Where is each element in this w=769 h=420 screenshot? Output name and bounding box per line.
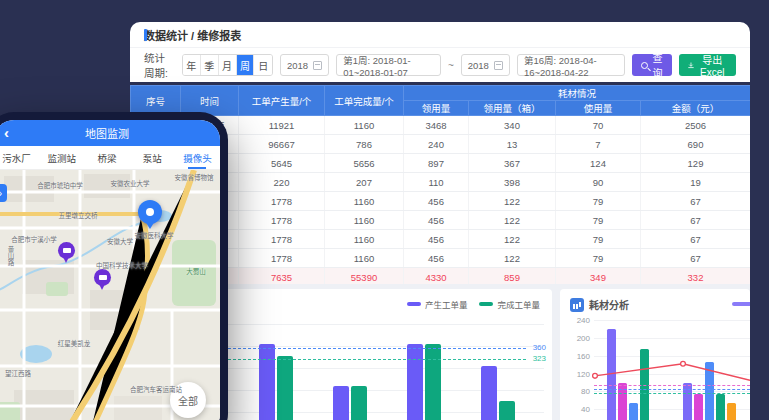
legend-label: 产生工单量: [425, 298, 468, 310]
table-cell: 1778: [239, 230, 325, 249]
period-option-年[interactable]: 年: [183, 55, 201, 75]
table-cell: 3468: [404, 116, 469, 135]
phone-tab-桥梁[interactable]: 桥梁: [84, 146, 129, 169]
map-label: 合肥汽车客运南站: [130, 384, 182, 394]
bar: [694, 394, 703, 420]
table-cell: 110: [404, 173, 469, 192]
table-cell: 207: [325, 173, 404, 192]
bar-产生工单量: [481, 366, 497, 420]
bar-完成工单量: [277, 356, 293, 420]
export-excel-button[interactable]: 导出Excel: [679, 54, 736, 76]
table-cell: 340: [469, 116, 556, 135]
camera-marker[interactable]: [58, 242, 75, 259]
y-axis-tick: 200: [566, 334, 590, 343]
table-cell: 124: [556, 154, 641, 173]
phone-tab-监测站[interactable]: 监测站: [39, 146, 84, 169]
table-cell: 5645: [239, 154, 325, 173]
search-icon: [641, 62, 648, 69]
phone-tab-泵站[interactable]: 泵站: [130, 146, 175, 169]
group-column-header: 耗材情况: [404, 86, 751, 101]
reference-line: [594, 389, 750, 390]
year-from-select[interactable]: 2018: [280, 54, 329, 76]
legend-item[interactable]: 产生工单量: [407, 298, 468, 310]
table-cell: 5656: [325, 154, 404, 173]
y-axis-tick: 80: [566, 387, 590, 396]
reference-line: [594, 393, 750, 394]
week-to-select[interactable]: 第16周: 2018-04-16~2018-04-22: [517, 54, 625, 76]
map-label: 黄山路: [5, 246, 15, 266]
legend-item[interactable]: 完成工单量: [479, 298, 540, 310]
y-axis-tick: 40: [566, 405, 590, 414]
map-label: 大蜀山: [186, 266, 206, 276]
gridline: [594, 374, 750, 375]
bar-完成工单量: [499, 401, 515, 420]
table-cell: 7: [556, 135, 641, 154]
phone-screen: ‹ 地图监测 污水厂监测站桥梁泵站摄像头 ›: [0, 120, 220, 420]
table-cell: 1160: [325, 192, 404, 211]
table-cell: 1160: [325, 116, 404, 135]
selected-camera-pin[interactable]: [138, 200, 162, 224]
map-label: 中国科学技术大学: [96, 260, 148, 270]
bar: [683, 383, 692, 420]
table-cell: 456: [404, 192, 469, 211]
table-cell: 456: [404, 211, 469, 230]
bar: [618, 383, 627, 420]
column-header: 工单产生量/个: [239, 86, 325, 116]
table-cell: 19: [641, 173, 751, 192]
table-cell: 79: [556, 230, 641, 249]
chart-title: 耗材分析: [589, 297, 629, 312]
sub-column-header: 领用量（箱）: [469, 101, 556, 116]
legend-label: 完成工单量: [497, 298, 540, 310]
title-accent-bar: [144, 29, 147, 41]
year-to-select[interactable]: 2018: [461, 54, 510, 76]
week-from-select[interactable]: 第1周: 2018-01-01~2018-01-07: [336, 54, 441, 76]
map-label: 安徽省博物馆: [175, 172, 214, 182]
period-option-月[interactable]: 月: [219, 55, 237, 75]
bar: [716, 394, 725, 420]
map-label: 安徽医科大学: [135, 230, 174, 240]
filter-bar: 统计周期: 年季月周日 2018 第1周: 2018-01-01~2018-01…: [130, 48, 750, 82]
table-cell: 2506: [641, 116, 751, 135]
period-label: 统计周期:: [144, 50, 175, 80]
table-cell: 1778: [239, 249, 325, 268]
period-option-周[interactable]: 周: [237, 55, 255, 75]
page-title: 数据统计 / 维修报表: [144, 27, 241, 43]
column-header: 时间: [181, 86, 239, 116]
table-cell: 456: [404, 249, 469, 268]
period-option-日[interactable]: 日: [254, 55, 272, 75]
sub-column-header: 使用量: [556, 101, 641, 116]
bar-完成工单量: [351, 386, 367, 420]
table-cell: 13: [469, 135, 556, 154]
table-cell: 67: [641, 230, 751, 249]
map-canvas[interactable]: › 全部 合肥市琥珀中学安徽农业大学安徽省博物馆五里墩立交桥合肥市宁溪小学安徽大…: [0, 170, 220, 420]
period-option-季[interactable]: 季: [201, 55, 219, 75]
phone-tab-污水厂[interactable]: 污水厂: [0, 146, 39, 169]
reference-line: [594, 385, 750, 386]
download-icon: [688, 61, 694, 70]
table-cell: 90: [556, 173, 641, 192]
map-label: 五里墩立交桥: [59, 210, 98, 220]
bar: [629, 403, 638, 420]
column-header: 工单完成量/个: [325, 86, 404, 116]
map-label: 合肥市琥珀中学: [37, 180, 83, 190]
table-cell: 96667: [239, 135, 325, 154]
table-cell: 122: [469, 192, 556, 211]
phone-tab-bar: 污水厂监测站桥梁泵站摄像头: [0, 146, 220, 170]
phone-header: ‹ 地图监测: [0, 120, 220, 146]
gridline: [594, 356, 750, 357]
bar-产生工单量: [407, 344, 423, 420]
bar-产生工单量: [333, 386, 349, 420]
map-label: 望江西路: [5, 368, 31, 378]
map-label: 红星美凯龙: [58, 338, 91, 348]
phone-tab-摄像头[interactable]: 摄像头: [175, 146, 220, 169]
table-cell: 67: [641, 192, 751, 211]
map-expand-button[interactable]: ›: [0, 184, 7, 202]
query-button[interactable]: 查询: [632, 54, 671, 76]
camera-marker[interactable]: [94, 269, 111, 286]
table-cell: 1160: [325, 249, 404, 268]
table-cell: 456: [404, 230, 469, 249]
table-cell: 122: [469, 249, 556, 268]
table-cell: 367: [469, 154, 556, 173]
column-header: 序号: [131, 86, 181, 116]
table-cell: 129: [641, 154, 751, 173]
